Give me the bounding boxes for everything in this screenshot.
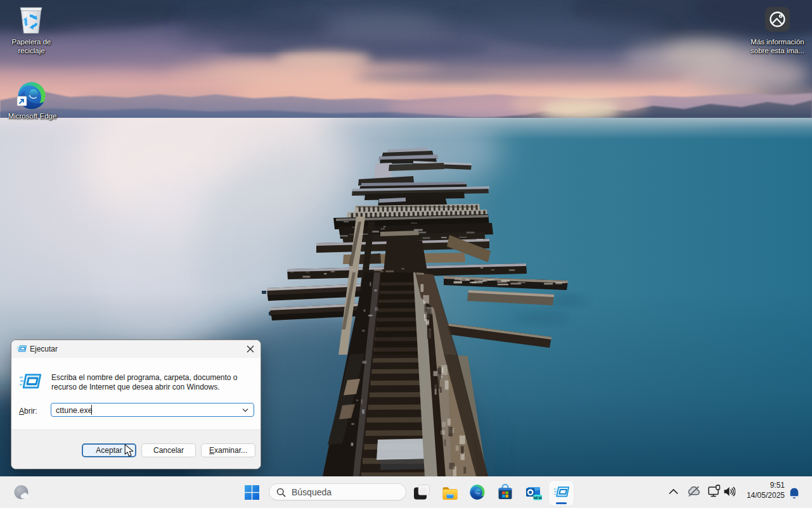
svg-text:NEW: NEW [533, 496, 542, 500]
